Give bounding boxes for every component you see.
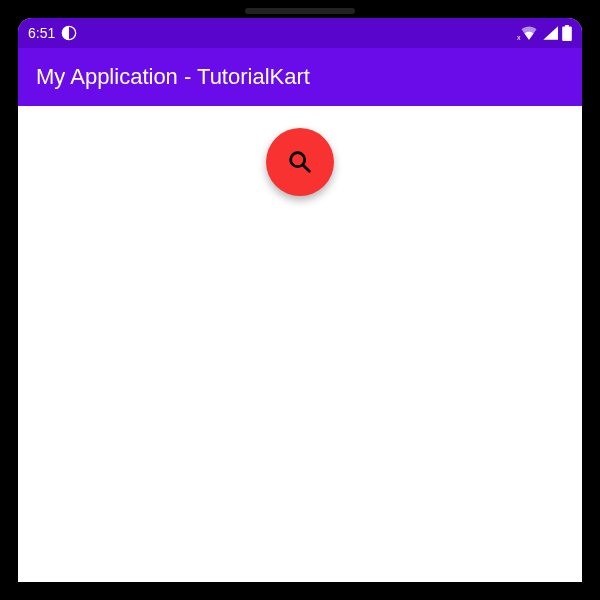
wifi-icon: x — [520, 26, 538, 40]
wifi-x-badge: x — [516, 34, 522, 41]
search-fab[interactable] — [266, 128, 334, 196]
device-speaker — [245, 8, 355, 14]
app-title: My Application - TutorialKart — [36, 64, 310, 90]
svg-line-6 — [303, 165, 309, 171]
status-left: 6:51 — [28, 25, 83, 41]
search-icon — [286, 148, 314, 176]
svg-rect-3 — [562, 27, 572, 41]
status-bar: 6:51 — [18, 18, 582, 48]
device-frame: 6:51 — [0, 0, 600, 600]
battery-icon — [562, 25, 572, 41]
svg-rect-4 — [565, 25, 569, 27]
status-right: x — [520, 25, 572, 41]
app-bar: My Application - TutorialKart — [18, 48, 582, 106]
status-time: 6:51 — [28, 25, 55, 41]
screen: 6:51 — [18, 18, 582, 582]
info-icon — [61, 25, 77, 41]
content-area — [18, 106, 582, 582]
signal-icon — [542, 26, 558, 40]
